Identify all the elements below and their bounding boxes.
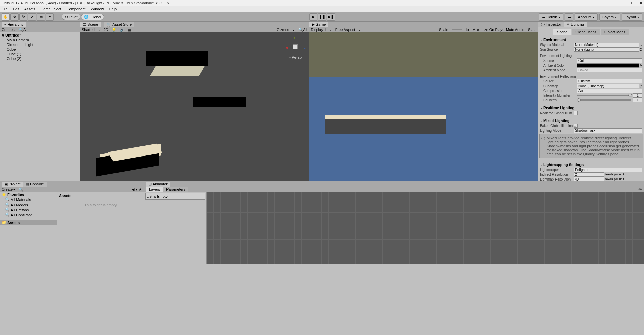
console-tab[interactable]: ▤Console [23,182,46,187]
compression-field[interactable]: Auto [577,89,642,93]
hierarchy-create[interactable]: Create [2,28,13,32]
assets-folder[interactable]: 📁Assets [0,220,57,225]
hierarchy-search[interactable]: 🔍All [19,28,27,32]
pivot-toggle[interactable]: ⊙Pivot [62,14,80,20]
fx-icon[interactable]: ▦ [128,28,131,32]
2d-toggle[interactable]: 2D [104,28,108,32]
aspect-dropdown[interactable]: Free Aspect [335,28,355,32]
scene-gizmo[interactable]: y ◀ z ≡ Persp [285,36,306,59]
picker-icon[interactable]: ⊙ [639,84,642,88]
menu-gameobject[interactable]: GameObject [41,7,61,11]
audio-icon[interactable]: 🔊 [120,28,125,32]
project-controls[interactable]: ◀ ● ★ [132,187,142,192]
source-field[interactable]: Color [577,58,642,63]
project-create[interactable]: Create [2,187,13,191]
scale-tool-icon[interactable]: ⤢ [28,13,36,21]
skybox-field[interactable]: None (Material) [574,43,639,47]
realtime-gi-checkbox[interactable] [574,111,578,115]
layout-dropdown[interactable]: Layout [622,13,642,21]
collab-dropdown[interactable]: ☁Collab [539,13,563,21]
pause-icon[interactable]: ❚❚ [318,13,326,21]
bounces-slider[interactable] [577,99,631,101]
environment-section[interactable]: Environment [538,37,644,42]
asset-store-tab[interactable]: 🛒Asset Store [104,22,134,27]
object-maps-subtab[interactable]: Object Maps [601,29,629,35]
mute-toggle[interactable]: Mute Audio [506,28,524,32]
hierarchy-item[interactable]: Directional Light [0,42,80,47]
menu-file[interactable]: File [2,7,8,11]
hierarchy-tab[interactable]: ≡Hierarchy [2,22,26,27]
ambient-color-swatch[interactable] [577,63,639,68]
shaded-dropdown[interactable]: Shaded [82,28,95,32]
parameters-tab[interactable]: Parameters [163,187,188,192]
global-maps-subtab[interactable]: Global Maps [572,29,600,35]
light-icon[interactable]: 💡 [112,28,117,32]
favorite-item[interactable]: 🔍All Conflicted [0,212,57,217]
hierarchy-item[interactable]: Cube (1) [0,52,80,56]
account-dropdown[interactable]: Account [575,13,598,21]
eye-icon[interactable]: 👁 [638,187,642,191]
menu-component[interactable]: Component [66,7,85,11]
lightmapper-field[interactable]: Enlighten [574,168,642,172]
picker-icon[interactable]: ⊙ [639,43,642,47]
lightmapping-section[interactable]: Lightmapping Settings [538,162,644,167]
animator-tab[interactable]: ⊞Animator [146,182,170,187]
display-dropdown[interactable]: Display 1 [311,28,326,32]
global-toggle[interactable]: 🌐Global [81,14,104,20]
menu-edit[interactable]: Edit [13,7,19,11]
mixed-section[interactable]: Mixed Lighting [538,118,644,123]
layers-tab[interactable]: Layers [146,187,163,192]
lighting-mode-field[interactable]: Shadowmask [574,128,642,133]
realtime-section[interactable]: Realtime Lighting [538,105,644,111]
rotate-tool-icon[interactable]: ↻ [19,13,27,21]
cloud-icon[interactable]: ☁ [565,13,573,21]
favorite-item[interactable]: 🔍All Materials [0,197,57,202]
project-files[interactable]: Assets This folder is empty [57,192,144,264]
play-icon[interactable]: ▶ [309,13,317,21]
rect-tool-icon[interactable]: ▭ [37,13,45,21]
gizmos-dropdown[interactable]: Gizmos [277,28,289,32]
project-tab[interactable]: ▣Project [2,182,23,187]
hierarchy-root[interactable]: ◈Untitled* [0,32,80,38]
move-tool-icon[interactable]: ✥ [10,13,19,21]
stats-toggle[interactable]: Stats [528,28,536,32]
cubemap-field[interactable]: None (Cubemap) [577,84,639,88]
favorite-item[interactable]: 🔍All Prefabs [0,207,57,212]
scene-search[interactable]: 🔍All [298,28,307,32]
maximize-toggle[interactable]: Maximize On Play [472,28,503,32]
bounces-value[interactable]: 1 [633,98,642,102]
hand-tool-icon[interactable]: ✋ [2,13,10,21]
minimize-icon[interactable]: ─ [623,1,626,5]
layers-dropdown[interactable]: Layers [599,13,620,21]
scene-subtab[interactable]: Scene [553,29,571,35]
inspector-tab[interactable]: ⓘInspector [538,22,564,27]
refl-source-field[interactable]: Custom [577,79,642,83]
sun-field[interactable]: None (Light) [574,47,639,52]
indirect-res-field[interactable]: 2 [574,172,604,177]
scene-tab[interactable]: 🗔Scene [80,22,101,27]
lightmap-res-field[interactable]: 40 [574,177,604,182]
hierarchy-item[interactable]: Main Camera [0,38,80,42]
transform-tool-icon[interactable]: ✦ [46,13,54,21]
step-icon[interactable]: ▶❚ [327,13,335,21]
lighting-tab[interactable]: ☀Lighting [564,22,587,27]
menu-window[interactable]: Window [91,7,104,11]
menu-help[interactable]: Help [109,7,117,11]
close-icon[interactable]: ✕ [639,1,642,5]
favorites-folder[interactable]: ⭐Favorites [0,192,57,197]
menu-assets[interactable]: Assets [24,7,35,11]
game-tab[interactable]: ▶Game [309,22,329,27]
hierarchy-item[interactable]: Cube [0,47,80,52]
baked-gi-checkbox[interactable]: ✓ [574,124,578,128]
project-search[interactable]: 🔍 [19,187,23,192]
scale-slider[interactable] [452,29,462,30]
eyedropper-icon[interactable]: ✎ [639,63,642,68]
scene-canvas[interactable]: y ◀ z ≡ Persp [80,32,309,181]
picker-icon[interactable]: ⊙ [639,47,642,52]
hierarchy-item[interactable]: Cube (2) [0,56,80,61]
animator-graph[interactable] [207,192,644,264]
favorite-item[interactable]: 🔍All Models [0,202,57,207]
intensity-slider[interactable] [577,95,631,96]
maximize-icon[interactable]: ☐ [631,1,634,5]
intensity-value[interactable]: 1 [633,93,642,98]
